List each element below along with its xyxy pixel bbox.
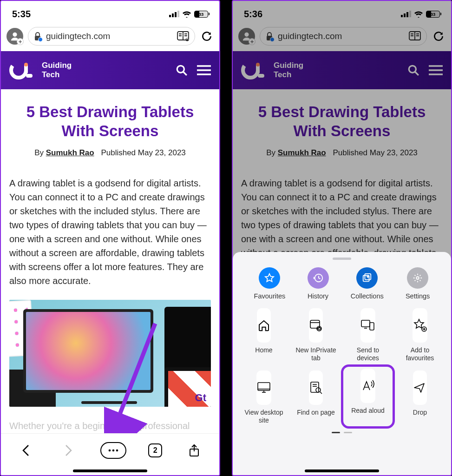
publish-date: Published May 23, 2023 (101, 148, 185, 157)
url-text: guidingtech.com (46, 31, 172, 41)
menu-sheet: Favourites History Collections Settings … (233, 252, 451, 475)
svg-rect-63 (311, 382, 319, 392)
home-tile[interactable]: Home (241, 308, 287, 362)
collections-icon (356, 267, 378, 289)
svg-point-25 (116, 449, 118, 451)
site-header: Guiding Tech (1, 51, 219, 89)
wifi-icon (182, 11, 191, 18)
svg-line-67 (320, 392, 322, 394)
svg-rect-3 (177, 11, 179, 17)
site-logo[interactable] (9, 57, 35, 83)
status-bar: 5:35 33 (1, 1, 219, 23)
back-button[interactable] (16, 440, 36, 461)
cellular-icon (169, 11, 179, 17)
svg-line-18 (183, 72, 187, 75)
inprivate-icon (309, 318, 323, 332)
svg-rect-52 (310, 320, 320, 328)
inprivate-tile[interactable]: New InPrivate tab (293, 308, 339, 362)
svg-rect-57 (370, 323, 374, 330)
article-title: 5 Best Drawing Tablets With Screens (9, 102, 211, 141)
favourites-chip[interactable]: Favourites (254, 267, 286, 300)
author-link[interactable]: Sumukh Rao (46, 148, 94, 157)
read-aloud-icon (360, 379, 375, 393)
history-chip[interactable]: History (308, 267, 329, 300)
find-tile[interactable]: Find on page (293, 370, 339, 424)
desktop-icon (256, 381, 271, 394)
svg-rect-15 (26, 74, 33, 78)
svg-point-24 (112, 449, 115, 451)
byline: By Sumukh Rao Published May 23, 2023 (9, 148, 211, 158)
article: 5 Best Drawing Tablets With Screens By S… (1, 89, 219, 447)
svg-rect-1 (172, 13, 174, 17)
profile-button[interactable]: + (7, 28, 23, 45)
svg-rect-2 (175, 12, 177, 17)
battery-icon: 33 (194, 11, 208, 18)
refresh-button[interactable] (200, 30, 214, 42)
home-icon (257, 318, 271, 332)
home-indicator (73, 469, 147, 472)
svg-rect-0 (169, 15, 171, 17)
collections-chip[interactable]: Collections (351, 267, 384, 300)
gear-icon (407, 267, 428, 289)
hero-image: Gt (9, 300, 211, 407)
read-aloud-tile[interactable]: Read aloud (343, 367, 393, 426)
svg-point-17 (177, 66, 184, 73)
site-name: Guiding Tech (42, 61, 72, 79)
history-icon (308, 267, 329, 289)
send-tile[interactable]: Send to devices (345, 308, 391, 362)
svg-point-23 (109, 449, 111, 451)
forward-button[interactable] (58, 440, 79, 461)
tabs-button[interactable]: 2 (148, 443, 162, 457)
svg-point-4 (13, 33, 17, 37)
address-bar[interactable]: guidingtech.com (28, 27, 195, 46)
send-devices-icon (360, 319, 375, 332)
add-fav-tile[interactable]: Add to favourites (397, 308, 443, 362)
svg-point-66 (316, 388, 321, 392)
status-time: 5:35 (12, 9, 31, 20)
search-icon[interactable] (176, 64, 188, 76)
bottom-toolbar: 2 (1, 433, 219, 475)
drop-icon (413, 382, 427, 394)
phone-right: 5:36 33 + guidingtech.com (232, 0, 452, 476)
find-icon (309, 381, 323, 395)
svg-point-51 (416, 277, 419, 279)
drop-tile[interactable]: Drop (397, 370, 443, 424)
article-para1: A drawing tablet is a godsend for digita… (9, 176, 211, 288)
sheet-grid: Home New InPrivate tab Send to devices A… (241, 308, 443, 424)
settings-chip[interactable]: Settings (406, 267, 430, 300)
sheet-top-row: Favourites History Collections Settings (241, 264, 443, 308)
pager-dots (241, 432, 443, 433)
phone-left: 5:35 33 + guidingtech.com (0, 0, 220, 476)
status-right: 33 (169, 11, 208, 18)
svg-point-13 (11, 63, 26, 78)
star-plus-icon (413, 318, 427, 332)
more-button[interactable] (100, 442, 126, 459)
sheet-grabber[interactable] (333, 258, 351, 260)
share-button[interactable] (184, 440, 204, 461)
browser-top: + guidingtech.com (1, 23, 219, 51)
menu-icon[interactable] (197, 65, 211, 75)
svg-rect-55 (361, 320, 370, 327)
svg-point-16 (24, 63, 28, 66)
desktop-tile[interactable]: View desktop site (241, 370, 287, 424)
lock-icon (34, 32, 41, 41)
plus-icon: + (17, 38, 24, 45)
reader-icon[interactable] (177, 31, 189, 41)
home-indicator (305, 469, 379, 472)
star-icon (259, 267, 280, 289)
